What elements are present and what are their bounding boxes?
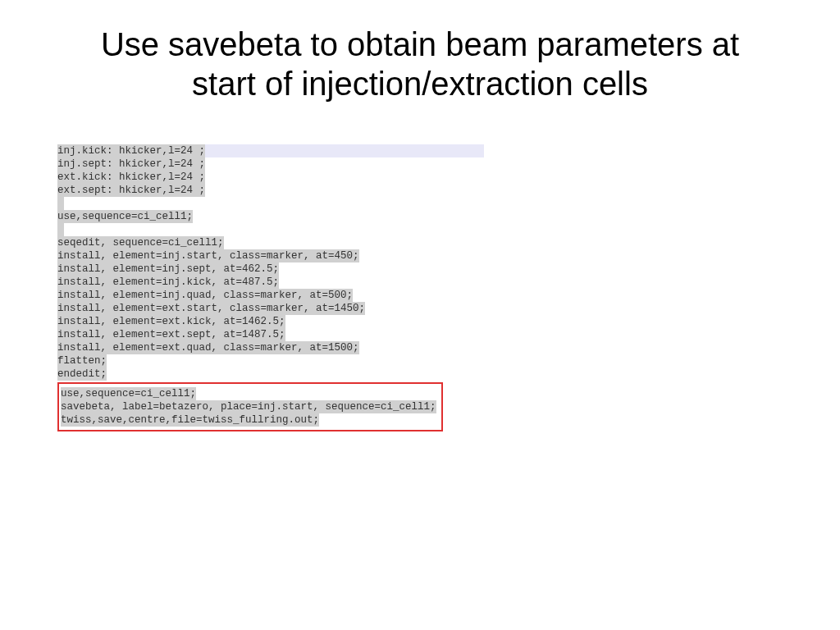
code-line: endedit; [57, 368, 107, 381]
highlighted-code-box: use,sequence=ci_cell1; savebeta, label=b… [57, 382, 443, 431]
code-line: install, element=ext.start, class=marker… [57, 302, 365, 315]
slide-title: Use savebeta to obtain beam parameters a… [74, 25, 766, 103]
code-line: savebeta, label=betazero, place=inj.star… [61, 400, 436, 413]
code-line [57, 223, 64, 236]
code-line: install, element=inj.start, class=marker… [57, 249, 359, 262]
slide-container: Use savebeta to obtain beam parameters a… [0, 0, 840, 630]
code-line: install, element=inj.quad, class=marker,… [57, 289, 353, 302]
code-line: inj.sept: hkicker,l=24 ; [57, 158, 205, 171]
code-block: inj.kick: hkicker,l=24 ; inj.sept: hkick… [57, 144, 766, 431]
code-line [57, 197, 64, 210]
code-line: install, element=inj.kick, at=487.5; [57, 276, 279, 289]
code-line: install, element=inj.sept, at=462.5; [57, 262, 279, 276]
code-line: ext.kick: hkicker,l=24 ; [57, 171, 205, 184]
code-line: install, element=ext.sept, at=1487.5; [57, 328, 285, 341]
code-line: install, element=ext.quad, class=marker,… [57, 341, 359, 354]
code-line: use,sequence=ci_cell1; [61, 387, 196, 400]
code-line: twiss,save,centre,file=twiss_fullring.ou… [61, 413, 319, 427]
code-line: seqedit, sequence=ci_cell1; [57, 236, 224, 249]
code-line: install, element=ext.kick, at=1462.5; [57, 315, 285, 328]
code-line: flatten; [57, 354, 107, 368]
code-line: inj.kick: hkicker,l=24 ; [57, 144, 205, 158]
code-line: ext.sept: hkicker,l=24 ; [57, 184, 205, 197]
code-line: use,sequence=ci_cell1; [57, 210, 193, 223]
